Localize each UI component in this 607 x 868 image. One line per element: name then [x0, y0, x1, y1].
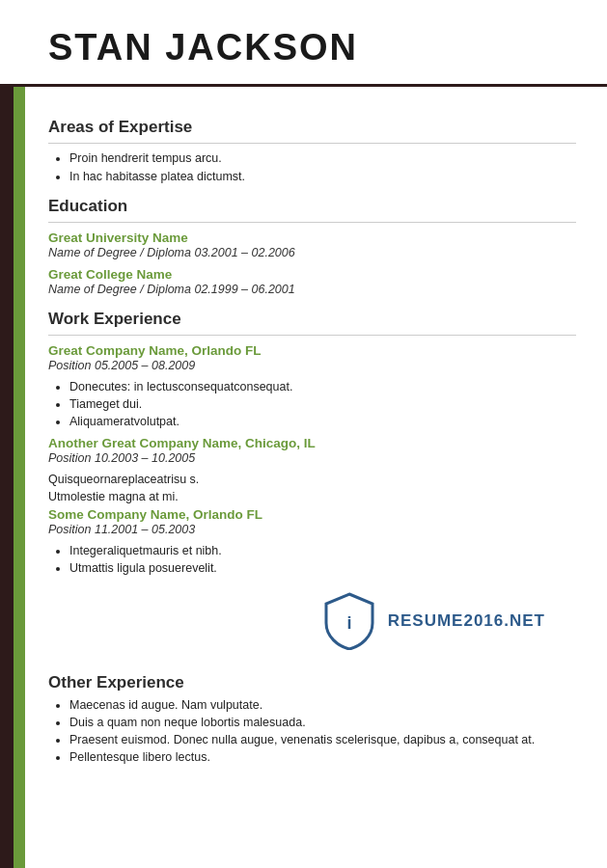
work-divider	[48, 335, 576, 336]
list-item: Donecutes: in lectusconsequatconsequat.	[69, 380, 576, 393]
list-item: Aliquameratvolutpat.	[69, 415, 576, 428]
school-name-2: Great College Name	[48, 267, 576, 282]
list-item: Proin hendrerit tempus arcu.	[69, 151, 576, 165]
job-bullets-1: Donecutes: in lectusconsequatconsequat. …	[69, 380, 576, 428]
list-item: Praesent euismod. Donec nulla augue, ven…	[69, 733, 576, 746]
expertise-section-title: Areas of Expertise	[48, 118, 576, 137]
job-name-2: Another Great Company Name, Chicago, IL	[48, 436, 576, 450]
school-name-1: Great University Name	[48, 231, 576, 245]
list-item: Pellentesque libero lectus.	[69, 750, 576, 764]
candidate-name: STAN JACKSON	[48, 27, 578, 68]
job-name-3: Some Company Name, Orlando FL	[48, 507, 576, 522]
work-section-title: Work Experience	[48, 310, 576, 329]
list-item: Integeraliquetmauris et nibh.	[69, 544, 576, 557]
job-position-2: Position 10.2003 – 10.2005	[48, 451, 576, 465]
degree-date-1: Name of Degree / Diploma 03.2001 – 02.20…	[48, 246, 576, 259]
header: STAN JACKSON	[0, 0, 607, 87]
expertise-list: Proin hendrerit tempus arcu. In hac habi…	[69, 151, 576, 183]
list-item: Duis a quam non neque lobortis malesuada…	[69, 716, 576, 729]
expertise-divider	[48, 143, 576, 144]
education-section-title: Education	[48, 197, 576, 216]
footer-area: i RESUME2016.NET	[48, 583, 576, 660]
list-item: Maecenas id augue. Nam vulputate.	[69, 698, 576, 712]
list-item: Tiameget dui.	[69, 397, 576, 411]
other-bullets: Maecenas id augue. Nam vulputate. Duis a…	[69, 698, 576, 764]
job-name-1: Great Company Name, Orlando FL	[48, 343, 576, 358]
job-plain-2a: Quisqueornareplaceatrisu s.	[48, 473, 576, 486]
list-item: Utmattis ligula posuerevelit.	[69, 561, 576, 575]
job-position-3: Position 11.2001 – 05.2003	[48, 523, 576, 536]
education-divider	[48, 222, 576, 223]
watermark-text: RESUME2016.NET	[388, 611, 545, 631]
shield-icon: i	[324, 592, 374, 650]
degree-date-2: Name of Degree / Diploma 02.1999 – 06.20…	[48, 283, 576, 296]
svg-text:i: i	[346, 613, 351, 633]
job-plain-2b: Utmolestie magna at mi.	[48, 490, 576, 503]
other-section-title: Other Experience	[48, 673, 576, 692]
resume-content: Areas of Expertise Proin hendrerit tempu…	[0, 87, 607, 789]
job-bullets-3: Integeraliquetmauris et nibh. Utmattis l…	[69, 544, 576, 575]
job-position-1: Position 05.2005 – 08.2009	[48, 359, 576, 372]
resume-page: STAN JACKSON Areas of Expertise Proin he…	[0, 0, 607, 868]
list-item: In hac habitasse platea dictumst.	[69, 170, 576, 183]
